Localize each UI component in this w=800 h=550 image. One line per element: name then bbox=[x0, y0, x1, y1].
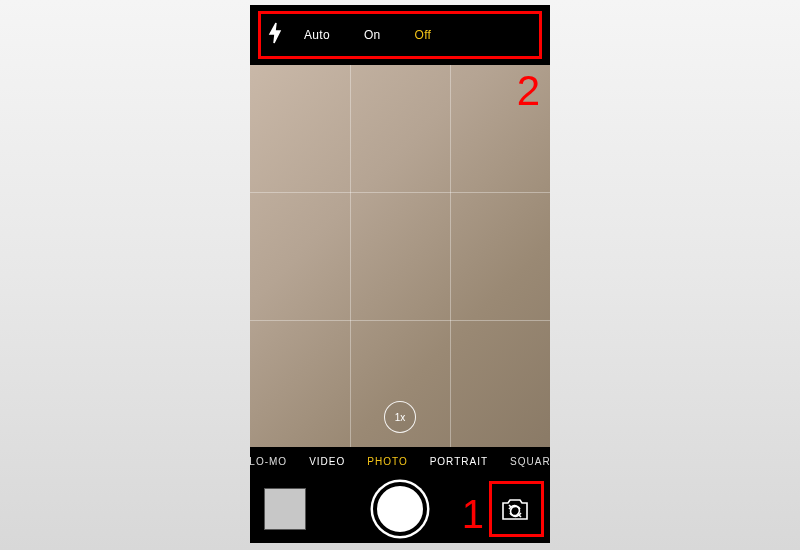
annotation-label-1: 1 bbox=[462, 492, 484, 537]
annotation-label-2: 2 bbox=[517, 67, 540, 115]
camera-controls: 1 bbox=[250, 475, 550, 543]
mode-square[interactable]: SQUARE bbox=[510, 456, 550, 467]
flash-bar: Auto On Off bbox=[250, 5, 550, 65]
mode-slomo[interactable]: SLO-MO bbox=[250, 456, 287, 467]
mode-selector[interactable]: SLO-MO VIDEO PHOTO PORTRAIT SQUARE bbox=[250, 447, 550, 475]
flash-off[interactable]: Off bbox=[415, 28, 432, 42]
grid-line bbox=[450, 65, 451, 447]
grid-line bbox=[250, 192, 550, 193]
shutter-button[interactable] bbox=[373, 482, 427, 536]
mode-photo[interactable]: PHOTO bbox=[367, 456, 407, 467]
flash-on[interactable]: On bbox=[364, 28, 381, 42]
camera-app: Auto On Off 1x 2 SLO-MO VIDEO PHOTO PORT… bbox=[250, 5, 550, 543]
flash-options: Auto On Off bbox=[304, 28, 431, 42]
zoom-label: 1x bbox=[395, 412, 406, 423]
mode-video[interactable]: VIDEO bbox=[309, 456, 345, 467]
last-photo-thumbnail[interactable] bbox=[264, 488, 306, 530]
switch-camera-button[interactable] bbox=[494, 488, 536, 530]
mode-portrait[interactable]: PORTRAIT bbox=[430, 456, 488, 467]
flash-auto[interactable]: Auto bbox=[304, 28, 330, 42]
grid-line bbox=[250, 320, 550, 321]
zoom-button[interactable]: 1x bbox=[384, 401, 416, 433]
grid-line bbox=[350, 65, 351, 447]
viewfinder[interactable]: 1x 2 bbox=[250, 65, 550, 447]
switch-camera-icon bbox=[499, 496, 531, 522]
flash-icon[interactable] bbox=[268, 22, 282, 48]
